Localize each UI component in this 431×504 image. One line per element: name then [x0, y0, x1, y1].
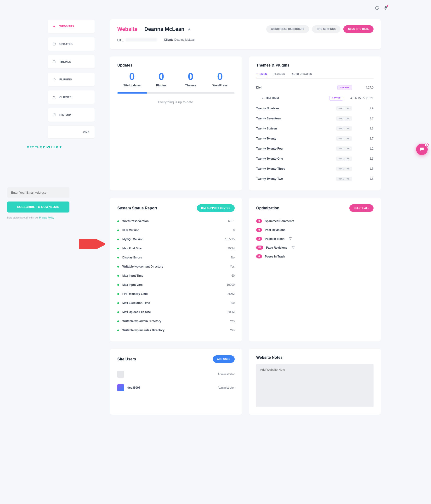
update-label: Themes: [176, 84, 205, 87]
system-status-card: System Status Report DIVI SUPPORT CENTER…: [110, 198, 242, 342]
chat-widget[interactable]: 3: [416, 144, 428, 155]
optimization-row: 51Page Revisions: [256, 243, 374, 252]
optimization-title: Optimization: [256, 206, 279, 210]
update-count: 0: [147, 71, 176, 82]
updates-message: Everything is up to date.: [117, 100, 235, 104]
user-name: dee35007: [127, 386, 214, 389]
site-settings-button[interactable]: SITE SETTINGS: [312, 25, 340, 33]
trash-icon[interactable]: [289, 237, 292, 241]
status-row: PHP Version8: [117, 226, 235, 235]
theme-row[interactable]: Twenty Twenty-FourINACTIVE1.2: [256, 144, 374, 154]
count-badge: 0: [256, 228, 262, 232]
sidebar-item-updates[interactable]: UPDATES: [48, 37, 95, 51]
status-name: Writable wp-admin Directory: [122, 319, 230, 323]
subscribe-button[interactable]: SUBSCRIBE TO DOWNLOAD: [7, 201, 69, 213]
status-name: Max Upload File Size: [122, 310, 228, 314]
child-arrow-icon: ↳: [261, 96, 264, 100]
optimization-name: Posts in Trash: [265, 237, 284, 241]
optimization-card: Optimization DELETE ALL 0Spammed Comment…: [249, 198, 381, 342]
avatar: [117, 384, 124, 391]
sidebar-item-themes[interactable]: THEMES: [48, 55, 95, 68]
status-dot-icon: [117, 311, 119, 313]
count-badge: 0: [256, 254, 262, 259]
optimization-name: Spammed Comments: [265, 219, 294, 223]
theme-name: Twenty Sixteen: [256, 127, 336, 130]
status-row: Max Post Size200M: [117, 244, 235, 253]
theme-status-badge: INACTIVE: [336, 146, 352, 151]
theme-row[interactable]: Twenty Twenty-TwoINACTIVE1.8: [256, 174, 374, 184]
status-dot-icon: [117, 302, 119, 304]
theme-version: 2.9: [359, 107, 374, 110]
sidebar-icon: [52, 78, 56, 81]
theme-status-badge: INACTIVE: [336, 156, 352, 161]
sidebar-item-label: THEMES: [59, 60, 71, 63]
theme-row[interactable]: ↳Divi ChildACTIVE4.5.6.1597771821: [256, 93, 374, 103]
theme-version: 4.5.6.1597771821: [350, 96, 374, 100]
theme-name: Twenty Twenty-Two: [256, 177, 336, 180]
user-row[interactable]: Administrator: [117, 368, 235, 381]
status-dot-icon: [117, 248, 119, 249]
optimization-row: 0Post Revisions: [256, 225, 374, 234]
tab-plugins[interactable]: PLUGINS: [274, 70, 285, 78]
theme-name: Twenty Twenty-Four: [256, 147, 336, 150]
privacy-policy-link[interactable]: Privacy Policy: [39, 216, 54, 219]
user-role: Administrator: [218, 373, 235, 376]
svg-point-1: [53, 26, 55, 27]
theme-row[interactable]: Twenty NineteenINACTIVE2.9: [256, 103, 374, 113]
delete-all-button[interactable]: DELETE ALL: [349, 204, 374, 212]
status-row: Writable wp-admin DirectoryYes: [117, 317, 235, 326]
theme-row[interactable]: Twenty SeventeenINACTIVE3.7: [256, 113, 374, 124]
sidebar-item-clients[interactable]: CLIENTS: [48, 90, 95, 104]
bell-icon[interactable]: [384, 6, 388, 10]
updates-progress: [117, 92, 235, 94]
divi-support-center-button[interactable]: DIVI SUPPORT CENTER: [197, 204, 235, 212]
email-input[interactable]: [7, 187, 69, 198]
theme-status-badge: INACTIVE: [336, 167, 352, 171]
refresh-icon[interactable]: [375, 6, 379, 10]
tab-auto-updates[interactable]: AUTO UPDATES: [292, 70, 312, 78]
status-row: Max Input Vars10000: [117, 280, 235, 289]
theme-row[interactable]: Twenty SixteenINACTIVE3.3: [256, 124, 374, 134]
sidebar-item-partial[interactable]: ONS: [48, 126, 95, 138]
status-row: Max Execution Time300: [117, 298, 235, 307]
sidebar: WEBSITESUPDATESTHEMESPLUGINSCLIENTSHISTO…: [48, 20, 95, 138]
header-card: Website › Deanna McLean ★ WORDPRESS DASH…: [110, 19, 381, 49]
status-value: Yes: [230, 265, 235, 268]
breadcrumb-root[interactable]: Website: [117, 26, 138, 32]
theme-name: Twenty Twenty-Three: [256, 167, 336, 171]
sync-site-data-button[interactable]: SYNC SITE DATA: [343, 25, 374, 33]
updates-title: Updates: [117, 63, 235, 67]
sidebar-icon: [52, 42, 56, 46]
sidebar-item-plugins[interactable]: PLUGINS: [48, 73, 95, 86]
theme-version: 2.3: [359, 157, 374, 160]
theme-status-badge: PARENT: [337, 85, 352, 90]
site-users-card: Site Users ADD USER Administratordee3500…: [110, 349, 242, 415]
optimization-name: Pages in Trash: [265, 255, 285, 258]
status-dot-icon: [117, 257, 119, 259]
sidebar-item-websites[interactable]: WEBSITES: [48, 20, 95, 33]
website-note-input[interactable]: [256, 364, 374, 407]
status-row: Display ErrorsNo: [117, 253, 235, 262]
status-value: 200M: [228, 247, 235, 250]
theme-row[interactable]: DiviPARENT4.27.0: [256, 82, 374, 93]
wordpress-dashboard-button[interactable]: WORDPRESS DASHBOARD: [266, 25, 309, 33]
theme-row[interactable]: Twenty TwentyINACTIVE2.7: [256, 134, 374, 144]
status-name: Max Input Time: [122, 274, 231, 277]
theme-name: Twenty Seventeen: [256, 117, 336, 120]
status-name: Max Input Vars: [122, 283, 227, 287]
theme-row[interactable]: Twenty Twenty-OneINACTIVE2.3: [256, 154, 374, 164]
website-notes-card: Website Notes: [249, 349, 381, 415]
theme-version: 1.8: [359, 177, 374, 180]
star-icon[interactable]: ★: [187, 27, 191, 32]
svg-rect-2: [53, 61, 55, 63]
user-row[interactable]: dee35007Administrator: [117, 381, 235, 394]
status-dot-icon: [117, 293, 119, 295]
theme-row[interactable]: Twenty Twenty-ThreeINACTIVE1.5: [256, 164, 374, 174]
user-role: Administrator: [218, 386, 235, 389]
tab-themes[interactable]: THEMES: [256, 70, 267, 78]
sidebar-item-history[interactable]: HISTORY: [48, 108, 95, 122]
url-value: [126, 38, 157, 41]
status-value: Yes: [230, 329, 235, 332]
add-user-button[interactable]: ADD USER: [213, 355, 235, 363]
trash-icon[interactable]: [292, 245, 295, 250]
